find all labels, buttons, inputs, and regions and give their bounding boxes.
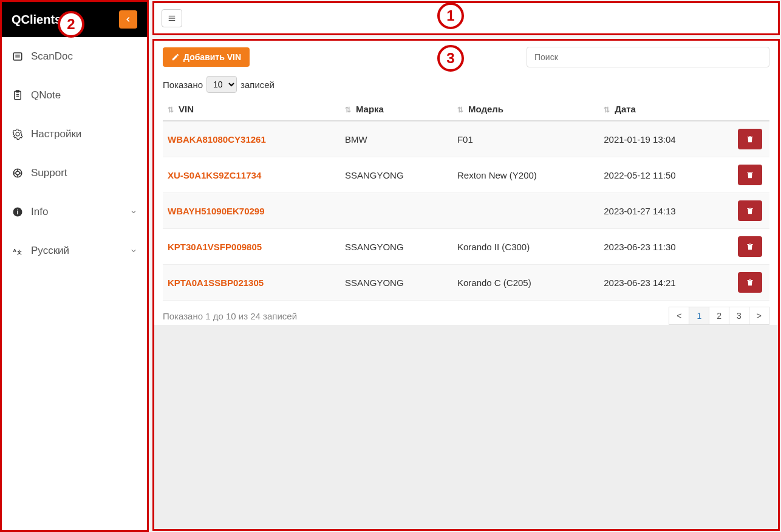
sidebar-nav: ScanDoc QNote Настройки Support — [2, 37, 147, 270]
scandoc-icon — [12, 50, 24, 63]
cell-date: 2023-06-23 14:21 — [599, 265, 733, 301]
content-area: Добавить VIN Показано 10 записей ⇅VIN — [152, 39, 780, 531]
page-2-button[interactable]: 2 — [709, 307, 729, 325]
svg-point-8 — [16, 171, 19, 175]
cell-brand: BMW — [340, 121, 452, 157]
arrow-left-icon — [124, 15, 132, 24]
vin-link[interactable]: XU-S0A1KS9ZC11734 — [168, 170, 261, 180]
trash-icon — [746, 135, 754, 143]
sidebar-item-label: Support — [31, 167, 67, 179]
search-input[interactable] — [527, 47, 769, 67]
col-vin[interactable]: ⇅VIN — [163, 98, 340, 121]
vin-link[interactable]: KPTA0A1SSBP021305 — [168, 278, 264, 288]
hamburger-icon — [167, 14, 177, 22]
vin-link[interactable]: KPT30A1VSFP009805 — [168, 242, 262, 252]
svg-text:A: A — [13, 248, 17, 253]
sidebar-item-settings[interactable]: Настройки — [2, 115, 147, 154]
sidebar-item-language[interactable]: A文 Русский — [2, 231, 147, 270]
trash-icon — [746, 278, 754, 287]
length-suffix: записей — [240, 80, 275, 90]
page-prev-button[interactable]: < — [669, 307, 689, 325]
sidebar-item-label: ScanDoc — [31, 50, 73, 63]
trash-icon — [746, 171, 754, 179]
chevron-down-icon — [130, 208, 137, 216]
menu-toggle-button[interactable] — [162, 9, 182, 27]
cell-brand: SSANGYONG — [340, 265, 452, 301]
vin-table: ⇅VIN ⇅Марка ⇅Модель ⇅Дата WBAKA81080CY31… — [163, 98, 769, 301]
trash-icon — [746, 242, 754, 251]
clipboard-icon — [12, 89, 24, 101]
page-next-button[interactable]: > — [749, 307, 769, 325]
cell-model: Korando II (C300) — [452, 229, 599, 265]
sidebar-item-label: Настройки — [31, 128, 81, 140]
table-info: Показано 1 до 10 из 24 записей — [163, 311, 297, 321]
sort-icon: ⇅ — [604, 106, 610, 114]
cell-date: 2022-05-12 11:50 — [599, 157, 733, 193]
annotation-3: 3 — [437, 45, 464, 72]
delete-button[interactable] — [738, 236, 762, 257]
length-prefix: Показано — [163, 80, 203, 90]
svg-text:文: 文 — [16, 250, 22, 255]
sidebar: QClients ScanDoc QNote — [0, 0, 149, 532]
cell-model — [452, 193, 599, 229]
cell-brand: SSANGYONG — [340, 229, 452, 265]
annotation-2: 2 — [58, 11, 84, 38]
chevron-down-icon — [130, 247, 137, 254]
length-control: Показано 10 записей — [163, 76, 769, 93]
delete-button[interactable] — [738, 200, 762, 221]
vin-link[interactable]: WBAYH51090EK70299 — [168, 206, 265, 216]
page-3-button[interactable]: 3 — [729, 307, 749, 325]
cell-brand: SSANGYONG — [340, 157, 452, 193]
topbar — [152, 1, 780, 35]
table-row: KPT30A1VSFP009805 SSANGYONG Korando II (… — [163, 229, 769, 265]
cell-model: F01 — [452, 121, 599, 157]
annotation-1: 1 — [437, 2, 464, 29]
cell-date: 2023-06-23 11:30 — [599, 229, 733, 265]
delete-button[interactable] — [738, 129, 762, 149]
length-select[interactable]: 10 — [206, 76, 237, 93]
sidebar-item-info[interactable]: i Info — [2, 193, 147, 231]
trash-icon — [746, 206, 754, 215]
delete-button[interactable] — [738, 165, 762, 185]
sidebar-item-scandoc[interactable]: ScanDoc — [2, 37, 147, 76]
delete-button[interactable] — [738, 272, 762, 293]
table-row: WBAKA81080CY31261 BMW F01 2021-01-19 13:… — [163, 121, 769, 157]
vin-link[interactable]: WBAKA81080CY31261 — [168, 134, 266, 145]
table-row: KPTA0A1SSBP021305 SSANGYONG Korando C (C… — [163, 265, 769, 301]
sidebar-item-qnote[interactable]: QNote — [2, 76, 147, 115]
sidebar-item-label: Info — [31, 206, 48, 218]
cell-model: Rexton New (Y200) — [452, 157, 599, 193]
table-row: WBAYH51090EK70299 2023-01-27 14:13 — [163, 193, 769, 229]
cell-model: Korando C (C205) — [452, 265, 599, 301]
support-icon — [12, 167, 24, 179]
sort-icon: ⇅ — [345, 106, 351, 114]
add-vin-label: Добавить VIN — [183, 52, 241, 62]
language-icon: A文 — [12, 245, 24, 257]
pencil-icon — [171, 53, 180, 61]
col-date[interactable]: ⇅Дата — [599, 98, 733, 121]
table-row: XU-S0A1KS9ZC11734 SSANGYONG Rexton New (… — [163, 157, 769, 193]
sort-icon: ⇅ — [457, 106, 463, 114]
gear-icon — [12, 128, 24, 140]
app-title: QClients — [12, 13, 61, 27]
info-icon: i — [12, 206, 24, 218]
sidebar-item-label: Русский — [31, 245, 69, 257]
col-brand[interactable]: ⇅Марка — [340, 98, 452, 121]
cell-brand — [340, 193, 452, 229]
sidebar-item-support[interactable]: Support — [2, 154, 147, 193]
cell-date: 2021-01-19 13:04 — [599, 121, 733, 157]
pagination: < 1 2 3 > — [669, 307, 769, 325]
add-vin-button[interactable]: Добавить VIN — [163, 47, 250, 67]
cell-date: 2023-01-27 14:13 — [599, 193, 733, 229]
sort-icon: ⇅ — [168, 106, 174, 114]
sidebar-item-label: QNote — [31, 89, 61, 101]
collapse-sidebar-button[interactable] — [119, 10, 137, 29]
col-model[interactable]: ⇅Модель — [452, 98, 599, 121]
page-1-button[interactable]: 1 — [689, 307, 709, 325]
svg-text:i: i — [17, 208, 19, 216]
